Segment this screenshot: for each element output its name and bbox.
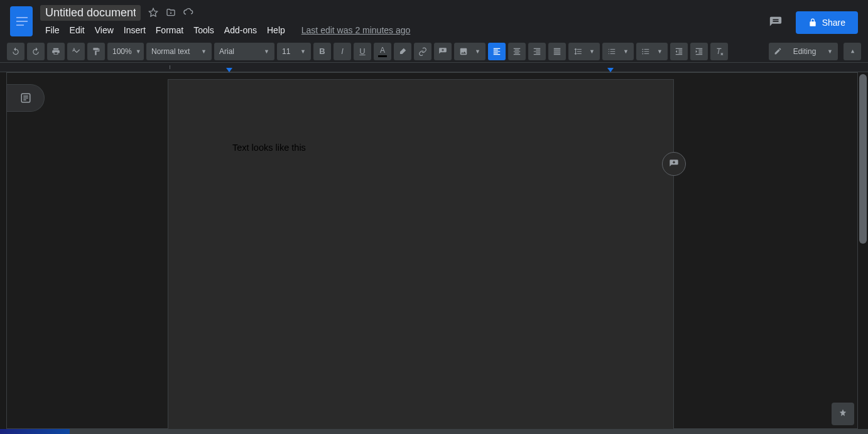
clear-formatting-button[interactable] [710, 43, 728, 60]
share-label: Share [822, 18, 845, 28]
paragraph-style-select[interactable]: Normal text▼ [146, 43, 212, 60]
menu-insert[interactable]: Insert [119, 23, 151, 38]
docs-logo[interactable] [10, 6, 33, 36]
chevron-down-icon: ▼ [589, 48, 595, 55]
editing-mode-select[interactable]: Editing ▼ [769, 43, 838, 60]
insert-link-button[interactable] [414, 43, 431, 60]
lock-icon [808, 18, 817, 27]
style-value: Normal text [151, 47, 190, 56]
pencil-icon [774, 47, 782, 55]
font-size-select[interactable]: 11▼ [277, 43, 311, 60]
menu-help[interactable]: Help [262, 23, 290, 38]
underline-button[interactable]: U [354, 43, 371, 60]
align-center-button[interactable] [508, 43, 526, 60]
cloud-status-icon[interactable] [183, 8, 193, 18]
chevron-down-icon: ▼ [136, 48, 141, 55]
print-button[interactable] [47, 43, 65, 60]
move-folder-icon[interactable] [166, 8, 176, 18]
italic-button[interactable]: I [334, 43, 351, 60]
highlight-button[interactable] [394, 43, 411, 60]
font-value: Arial [219, 47, 234, 56]
title-icons [148, 8, 193, 18]
chevron-down-icon: ▼ [201, 48, 207, 55]
zoom-value: 100% [112, 47, 132, 56]
menu-view[interactable]: View [90, 23, 119, 38]
open-comments-button[interactable] [764, 11, 787, 34]
menu-format[interactable]: Format [151, 23, 188, 38]
menu-bar: File Edit View Insert Format Tools Add-o… [40, 21, 764, 39]
chevron-down-icon: ▼ [475, 48, 480, 55]
svg-point-2 [642, 51, 643, 52]
menu-edit[interactable]: Edit [65, 23, 90, 38]
menu-tools[interactable]: Tools [188, 23, 219, 38]
toolbar: 100%▼ Normal text▼ Arial▼ 11▼ B I U A ▼ … [0, 40, 868, 63]
align-right-button[interactable] [528, 43, 546, 60]
add-comment-floating-button[interactable] [662, 152, 686, 176]
canvas-background: Text looks like this [6, 72, 858, 429]
document-body-text[interactable]: Text looks like this [232, 143, 306, 153]
chevron-down-icon: ▼ [264, 48, 269, 55]
collapse-toolbar-button[interactable]: ▼ [844, 43, 861, 60]
svg-point-1 [642, 48, 643, 50]
title-row [40, 4, 764, 21]
star-icon[interactable] [148, 8, 158, 18]
document-outline-toggle[interactable] [7, 84, 45, 112]
paint-format-button[interactable] [87, 43, 105, 60]
checklist-button[interactable]: ▼ [602, 43, 634, 60]
insert-image-button[interactable]: ▼ [454, 43, 486, 60]
os-taskbar[interactable] [0, 429, 868, 434]
header-right: Share [764, 11, 858, 34]
mode-value: Editing [793, 47, 816, 56]
text-color-button[interactable]: A [374, 43, 391, 60]
header-main: File Edit View Insert Format Tools Add-o… [40, 4, 764, 39]
svg-marker-0 [149, 8, 157, 16]
document-title-input[interactable] [40, 5, 141, 21]
last-edit-link[interactable]: Last edit was 2 minutes ago [301, 25, 411, 35]
share-button[interactable]: Share [796, 11, 858, 34]
align-left-button[interactable] [488, 43, 506, 60]
decrease-indent-button[interactable] [670, 43, 688, 60]
left-indent-marker[interactable] [226, 68, 232, 72]
chevron-down-icon: ▼ [623, 48, 629, 55]
app-header: File Edit View Insert Format Tools Add-o… [0, 0, 868, 40]
add-comment-toolbar-button[interactable] [434, 43, 452, 60]
menu-file[interactable]: File [40, 23, 65, 38]
chevron-down-icon: ▼ [300, 48, 306, 55]
size-value: 11 [282, 47, 290, 56]
spellcheck-button[interactable] [67, 43, 85, 60]
align-justify-button[interactable] [548, 43, 566, 60]
chevron-down-icon: ▼ [827, 48, 833, 55]
menu-addons[interactable]: Add-ons [219, 23, 262, 38]
bulleted-list-button[interactable]: ▼ [636, 43, 668, 60]
line-spacing-button[interactable]: ▼ [568, 43, 600, 60]
increase-indent-button[interactable] [690, 43, 708, 60]
vertical-scrollbar[interactable] [859, 74, 867, 244]
document-page[interactable]: Text looks like this [168, 79, 674, 429]
explore-button[interactable] [832, 403, 854, 425]
chevron-down-icon: ▼ [657, 48, 663, 55]
zoom-select[interactable]: 100%▼ [107, 43, 144, 60]
redo-button[interactable] [27, 43, 45, 60]
horizontal-ruler[interactable] [0, 63, 868, 72]
undo-button[interactable] [7, 43, 24, 60]
font-select[interactable]: Arial▼ [214, 43, 274, 60]
bold-button[interactable]: B [313, 43, 331, 60]
editor-canvas: Text looks like this [0, 72, 868, 429]
right-indent-marker[interactable] [607, 68, 614, 72]
svg-point-3 [642, 53, 643, 54]
